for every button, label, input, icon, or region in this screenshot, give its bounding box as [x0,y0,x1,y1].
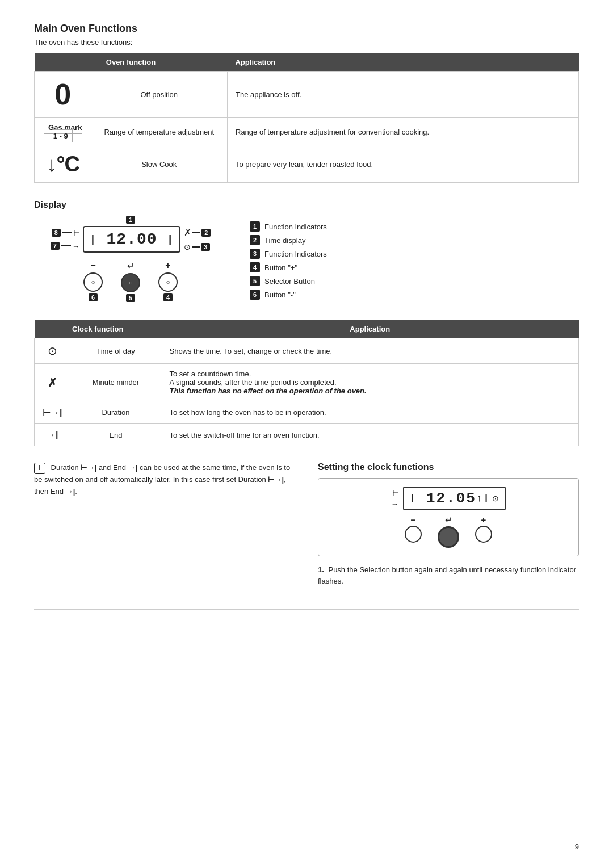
legend-num-6: 6 [250,290,260,300]
legend-label-4: Button "+" [264,263,297,272]
duration-icon: ⊢→| [35,401,70,424]
legend-item-5: 5 Selector Button [250,276,579,286]
timeofday-application: Shows the time. To set, change or check … [161,338,579,364]
diag-label-4: 4 [163,293,173,301]
display-title: Display [34,200,579,210]
end-label: End [70,424,161,446]
timeofday-icon: ⊙ [35,338,70,364]
diag-label-6: 6 [89,293,98,301]
display-legend: 1 Function Indicators 2 Time display 3 F… [250,216,579,303]
diag-label-3: 3 [201,243,210,251]
diag-label-7: 7 [51,242,60,250]
main-oven-title: Main Oven Functions [34,23,579,35]
setting-clock-title: Setting the clock functions [318,462,579,472]
main-oven-subtitle: The oven has these functions: [34,38,579,47]
table-row: →| End To set the switch-off time for an… [35,424,579,446]
lcd-display: | 12.00 | [83,226,180,253]
table-row: ⊙ Time of day Shows the time. To set, ch… [35,338,579,364]
display-content: 1 8 ⊢ 7 → [34,216,579,303]
diag-label-1: 1 [126,216,135,224]
legend-label-2: Time display [264,236,305,245]
oven-col1-header: Oven function [35,53,228,72]
table-row: ↓°C Slow Cook To prepare very lean, tend… [35,146,579,183]
legend-label-3: Function Indicators [264,250,327,258]
duration-label: Duration [70,401,161,424]
legend-num-3: 3 [250,249,260,259]
display-diagram: 1 8 ⊢ 7 → [34,216,227,302]
duration-application: To set how long the oven has to be in op… [161,401,579,424]
off-label: Off position [91,72,228,118]
timeofday-label: Time of day [70,338,161,364]
legend-label-1: Function Indicators [264,223,327,231]
gasmark-icon: Gas mark 1 - 9 [35,118,91,146]
off-application: The appliance is off. [228,72,579,118]
lcd-time: | 12.00 | [90,230,174,248]
gasmark-label: Range of temperature adjustment [91,118,228,146]
slowcook-application: To prepare very lean, tender roasted foo… [228,146,579,183]
end-icon: →| [35,424,70,446]
setting-clock-section: Setting the clock functions ⊢ → | 12.05↑… [318,462,579,586]
oven-col2-header: Application [228,53,579,72]
table-row: ⊢→| Duration To set how long the oven ha… [35,401,579,424]
minuteminder-application: To set a countdown time.A signal sounds,… [161,364,579,401]
clock-functions-table: Clock function Application ⊙ Time of day… [34,320,579,446]
legend-num-4: 4 [250,262,260,272]
clock-col2-header: Application [161,320,579,338]
minuteminder-icon: ✗ [35,364,70,401]
diag-label-5: 5 [126,294,135,302]
legend-item-6: 6 Button "-" [250,290,579,300]
minuteminder-label: Minute minder [70,364,161,401]
clock-display-diagram: ⊢ → | 12.05↑| ⊙ − ↵ [318,478,579,556]
slowcook-label: Slow Cook [91,146,228,183]
gasmark-application: Range of temperature adjustment for conv… [228,118,579,146]
legend-item-3: 3 Function Indicators [250,249,579,259]
clock-col1-header: Clock function [35,320,161,338]
diag-label-2: 2 [201,229,211,237]
legend-num-2: 2 [250,235,260,245]
table-row: Gas mark 1 - 9 Range of temperature adju… [35,118,579,146]
legend-label-5: Selector Button [264,277,315,286]
table-row: 0 Off position The appliance is off. [35,72,579,118]
info-icon: i [34,463,45,474]
legend-label-6: Button "-" [264,291,296,299]
legend-num-1: 1 [250,221,260,232]
footer-divider [34,609,579,610]
off-icon: 0 [35,72,91,118]
legend-item-4: 4 Button "+" [250,262,579,272]
table-row: ✗ Minute minder To set a countdown time.… [35,364,579,401]
display-section: Display 1 8 ⊢ 7 → [34,200,579,303]
slowcook-icon: ↓°C [35,146,91,183]
info-box: i Duration ⊢→| and End →| can be used at… [34,462,295,586]
end-application: To set the switch-off time for an oven f… [161,424,579,446]
legend-num-5: 5 [250,276,260,286]
setting-step1: 1. Push the Selection button again and a… [318,564,579,586]
oven-functions-table: Oven function Application 0 Off position… [34,53,579,183]
page-number: 9 [575,842,579,851]
bottom-section: i Duration ⊢→| and End →| can be used at… [34,462,579,586]
legend-item-1: 1 Function Indicators [250,221,579,232]
diag-label-8: 8 [52,229,61,237]
legend-item-2: 2 Time display [250,235,579,245]
